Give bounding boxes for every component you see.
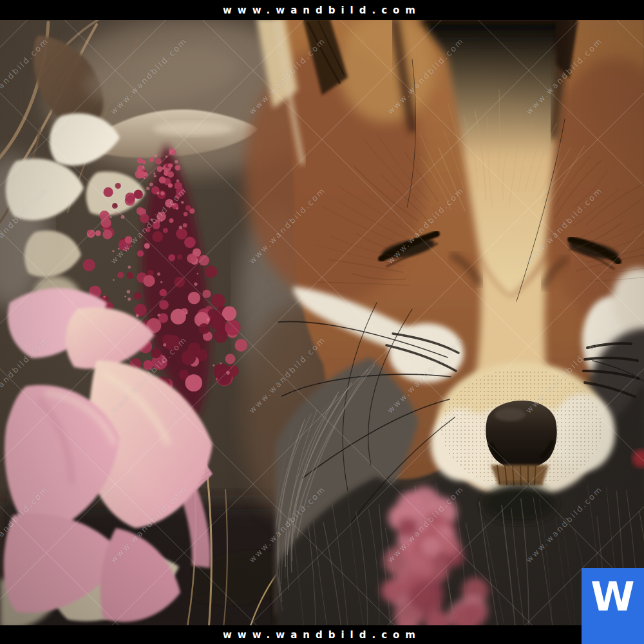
wandbild-logo-letter: W [591,577,634,617]
product-image-stage: Close-up artwork of a red fox with close… [0,0,644,644]
bottom-bar-url-text: www.wandbild.com [223,629,421,641]
top-watermark-bar: www.wandbild.com [0,0,644,20]
bottom-watermark-bar: www.wandbild.com [0,625,644,644]
artwork-fox-with-flowers: Close-up artwork of a red fox with close… [0,0,644,644]
wandbild-logo-badge[interactable]: W [582,568,644,644]
top-bar-url-text: www.wandbild.com [223,5,421,16]
